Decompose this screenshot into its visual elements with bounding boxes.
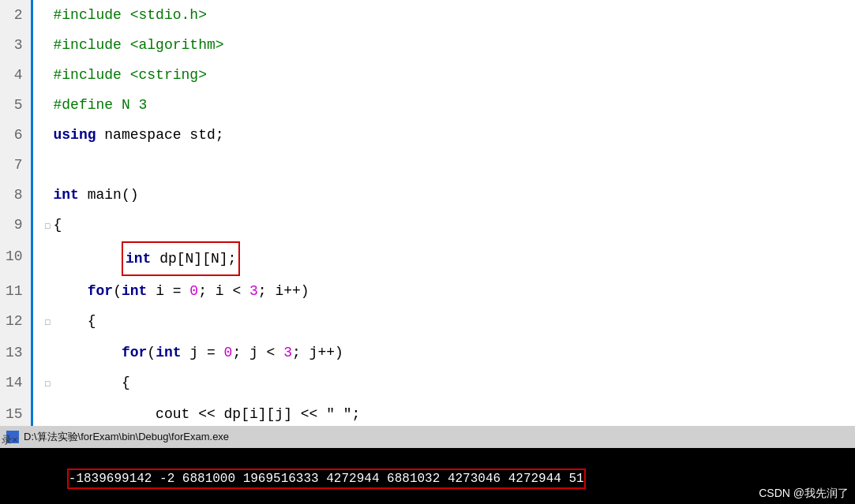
line-code: int dp[N][N];: [32, 241, 855, 276]
code-table: 2#include <stdio.h>3#include <algorithm>…: [0, 0, 855, 426]
line-code: #include <cstring>: [32, 60, 855, 90]
table-row: 15 cout << dp[i][j] << " ";: [0, 399, 855, 426]
table-row: 12☐ {: [0, 306, 855, 338]
line-number: 15: [0, 399, 32, 426]
terminal-output: -1839699142 -2 6881000 1969516333 427294…: [6, 451, 849, 504]
table-row: 7: [0, 150, 855, 180]
line-code: #include <stdio.h>: [32, 0, 855, 30]
line-code: int main(): [32, 180, 855, 210]
line-number: 5: [0, 90, 32, 120]
line-number: 7: [0, 150, 32, 180]
line-code: ☐{: [32, 210, 855, 241]
highlighted-declaration: int dp[N][N];: [122, 241, 240, 276]
line-code: for(int i = 0; i < 3; i++): [32, 276, 855, 306]
table-row: 5#define N 3: [0, 90, 855, 120]
line-number: 8: [0, 180, 32, 210]
line-code: [32, 150, 855, 180]
line-code: cout << dp[i][j] << " ";: [32, 399, 855, 426]
table-row: 4#include <cstring>: [0, 60, 855, 90]
terminal-path: D:\算法实验\forExam\bin\Debug\forExam.exe: [24, 430, 229, 444]
terminal-highlight-output: -1839699142 -2 6881000 1969516333 427294…: [67, 469, 586, 489]
terminal-titlebar: D:\算法实验\forExam\bin\Debug\forExam.exe: [0, 426, 855, 448]
line-number: 14: [0, 368, 32, 399]
fold-icon[interactable]: ☐: [43, 308, 54, 338]
table-row: 10 int dp[N][N];: [0, 241, 855, 276]
line-number: 10: [0, 241, 32, 276]
line-number: 6: [0, 120, 32, 150]
table-row: 14☐ {: [0, 368, 855, 399]
table-row: 8int main(): [0, 180, 855, 210]
line-code: ☐ {: [32, 368, 855, 399]
terminal-body: -1839699142 -2 6881000 1969516333 427294…: [0, 448, 855, 504]
line-number: 3: [0, 30, 32, 60]
line-number: 9: [0, 210, 32, 241]
table-row: 6using namespace std;: [0, 120, 855, 150]
fold-icon[interactable]: ☐: [43, 369, 54, 399]
fold-icon[interactable]: ☐: [43, 211, 54, 241]
table-row: 13 for(int j = 0; j < 3; j++): [0, 338, 855, 368]
line-code: ☐ {: [32, 306, 855, 338]
line-number: 2: [0, 0, 32, 30]
line-number: 11: [0, 276, 32, 306]
line-number: 13: [0, 338, 32, 368]
line-code: #define N 3: [32, 90, 855, 120]
line-number: 4: [0, 60, 32, 90]
terminal-wrapper: D:\算法实验\forExam\bin\Debug\forExam.exe -1…: [0, 426, 855, 504]
table-row: 9☐{: [0, 210, 855, 241]
line-number: 12: [0, 306, 32, 338]
line-code: for(int j = 0; j < 3; j++): [32, 338, 855, 368]
editor-area: 2#include <stdio.h>3#include <algorithm>…: [0, 0, 855, 426]
bottom-right-label: CSDN @我先润了: [759, 487, 849, 501]
table-row: 2#include <stdio.h>: [0, 0, 855, 30]
table-row: 3#include <algorithm>: [0, 30, 855, 60]
line-code: #include <algorithm>: [32, 30, 855, 60]
table-row: 11 for(int i = 0; i < 3; i++): [0, 276, 855, 306]
sidebar-label: 录×: [2, 433, 18, 447]
line-code: using namespace std;: [32, 120, 855, 150]
